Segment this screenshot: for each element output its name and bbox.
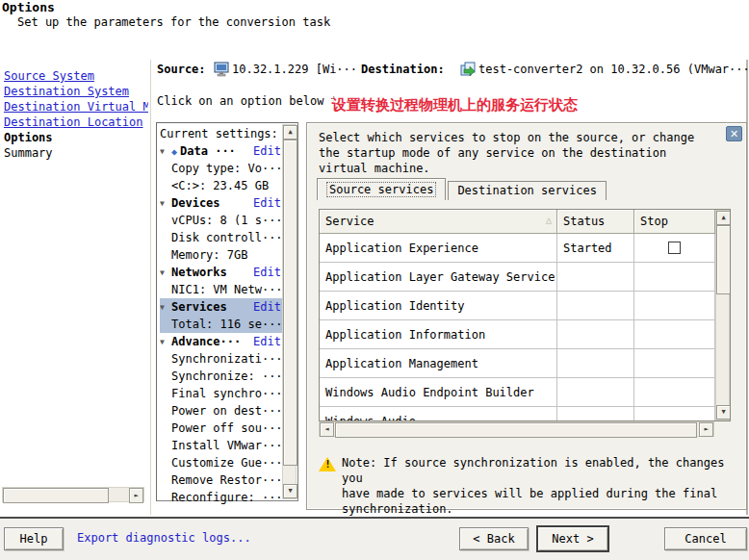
close-icon[interactable]: ✕ bbox=[726, 126, 742, 141]
service-table-row[interactable]: Application Information bbox=[320, 320, 715, 349]
service-name-cell: Application Experience bbox=[320, 234, 557, 262]
service-table-row[interactable]: Application Management bbox=[320, 349, 715, 378]
settings-tree-row[interactable]: <C:>: 23.45 GB bbox=[160, 177, 283, 194]
settings-tree-row[interactable]: Power off sou··· bbox=[160, 420, 283, 437]
settings-tree-row[interactable]: Disk controll··· bbox=[160, 229, 283, 246]
settings-tree-row[interactable]: Reconfigure: ··· bbox=[160, 489, 283, 506]
collapse-arrow-icon[interactable]: ▼ bbox=[160, 303, 171, 312]
collapse-arrow-icon[interactable]: ▼ bbox=[160, 199, 171, 208]
service-table-row[interactable]: Application Layer Gateway Service bbox=[320, 263, 715, 292]
column-header-stop[interactable]: Stop bbox=[634, 210, 715, 234]
red-annotation-text: 设置转换过程物理机上的服务运行状态 bbox=[332, 96, 578, 115]
settings-tree-row[interactable]: Install VMwar··· bbox=[160, 437, 283, 454]
edit-link[interactable]: Edit bbox=[253, 300, 283, 314]
services-panel: ✕ Select which services to stop on the s… bbox=[306, 122, 747, 510]
settings-tree-row[interactable]: Total: 116 se··· bbox=[160, 316, 283, 333]
sidebar-wizard-step[interactable]: Destination System bbox=[4, 84, 148, 99]
settings-tree-row[interactable]: Final synchro··· bbox=[160, 385, 283, 402]
sidebar-divider bbox=[150, 60, 152, 515]
edit-link[interactable]: Edit bbox=[253, 196, 283, 210]
service-table-row[interactable]: Windows Audio Endpoint Builder bbox=[320, 378, 715, 407]
collapse-arrow-icon[interactable]: ▼ bbox=[160, 268, 171, 277]
tree-row-label: Networks bbox=[171, 266, 227, 279]
settings-tree-row[interactable]: ▼ Networks Edit bbox=[160, 264, 283, 281]
help-button[interactable]: Help bbox=[4, 527, 64, 550]
scrollbar-thumb[interactable] bbox=[716, 225, 731, 294]
tree-vertical-scrollbar[interactable]: ▲ ▼ bbox=[282, 124, 297, 499]
edit-link[interactable]: Edit bbox=[253, 335, 283, 348]
scrollbar-thumb[interactable] bbox=[3, 488, 109, 503]
edit-link[interactable]: Edit bbox=[253, 144, 283, 158]
settings-tree-row[interactable]: ▼ ◆ Data ··· Edit bbox=[160, 142, 283, 160]
settings-tree-row[interactable]: NIC1: VM Netw··· bbox=[160, 281, 283, 298]
service-stop-cell bbox=[634, 407, 715, 421]
stop-checkbox[interactable] bbox=[668, 242, 681, 254]
sidebar-wizard-step[interactable]: Summary bbox=[4, 145, 148, 161]
service-status-cell bbox=[557, 292, 634, 319]
settings-tree-row[interactable]: ▼ Advance··· Edit bbox=[160, 333, 283, 350]
column-header-status[interactable]: Status bbox=[557, 210, 634, 234]
settings-tree-row[interactable]: Power on dest··· bbox=[160, 402, 283, 420]
scroll-left-button[interactable]: ◄ bbox=[320, 422, 334, 437]
settings-tree-row[interactable]: Customize Gue··· bbox=[160, 454, 283, 471]
settings-tree-row[interactable]: Memory: 7GB bbox=[160, 246, 283, 264]
table-vertical-scrollbar[interactable]: ▲ ▼ bbox=[715, 210, 730, 420]
services-tabs: Source services Destination services bbox=[317, 180, 608, 200]
column-header-label: Status bbox=[563, 215, 605, 228]
settings-tree-row[interactable]: Remove Restor··· bbox=[160, 471, 283, 489]
services-tab[interactable]: Destination services bbox=[448, 181, 607, 200]
tree-row-label: Total: 116 se··· bbox=[171, 318, 281, 331]
tree-row-label: Services bbox=[171, 300, 227, 314]
settings-tree-row[interactable]: Current settings: bbox=[160, 125, 283, 142]
sidebar-wizard-step[interactable]: Options bbox=[4, 130, 148, 145]
scrollbar-thumb[interactable] bbox=[335, 422, 697, 438]
note-text: Note: If source synchronization is enabl… bbox=[342, 455, 746, 517]
service-table-row[interactable]: Application Identity bbox=[320, 292, 715, 320]
settings-tree-row[interactable]: vCPUs: 8 (1 s··· bbox=[160, 212, 283, 229]
service-stop-cell bbox=[634, 320, 715, 348]
next-button[interactable]: Next > bbox=[537, 526, 608, 551]
settings-tree-row[interactable]: Synchronize: ··· bbox=[160, 368, 283, 385]
scroll-right-button[interactable]: ► bbox=[699, 422, 713, 437]
sidebar-wizard-step[interactable]: Source System bbox=[4, 68, 148, 84]
tree-row-label: Devices bbox=[171, 196, 220, 210]
sidebar-horizontal-scrollbar[interactable]: ► bbox=[2, 487, 144, 502]
scroll-up-button[interactable]: ▲ bbox=[716, 211, 731, 225]
services-table-body: Application Experience Started Applicati… bbox=[320, 234, 715, 421]
scroll-right-button[interactable]: ► bbox=[129, 488, 143, 503]
service-table-row[interactable]: Windows Audio bbox=[320, 407, 715, 421]
table-horizontal-scrollbar[interactable]: ◄ ► bbox=[319, 421, 714, 437]
sidebar-wizard-step[interactable]: Destination Virtual M bbox=[4, 99, 148, 115]
scroll-up-button[interactable]: ▲ bbox=[283, 125, 297, 140]
page-subtitle: Set up the parameters for the conversion… bbox=[17, 15, 330, 29]
edit-link[interactable]: Edit bbox=[253, 266, 283, 279]
column-header-service[interactable]: Service △ bbox=[320, 210, 557, 234]
service-status-cell: Started bbox=[557, 234, 634, 262]
collapse-arrow-icon[interactable]: ▼ bbox=[160, 338, 171, 346]
services-table-header: Service △ Status Stop bbox=[320, 210, 715, 234]
cancel-button[interactable]: Cancel bbox=[664, 527, 747, 550]
tree-row-label: Current settings: bbox=[160, 127, 278, 140]
sidebar-wizard-step[interactable]: Destination Location bbox=[4, 115, 148, 130]
services-tab[interactable]: Source services bbox=[317, 178, 446, 200]
export-diagnostic-logs-link[interactable]: Export diagnostic logs... bbox=[77, 531, 251, 545]
service-name-cell: Application Identity bbox=[320, 292, 557, 319]
settings-tree-row[interactable]: ▼ Devices Edit bbox=[160, 194, 283, 212]
service-stop-cell bbox=[634, 292, 715, 319]
scroll-down-button[interactable]: ▼ bbox=[283, 484, 297, 498]
service-table-row[interactable]: Application Experience Started bbox=[320, 234, 715, 263]
source-computer-icon bbox=[214, 62, 230, 80]
tree-row-label: Customize Gue··· bbox=[171, 456, 281, 470]
settings-tree-row[interactable]: Synchronizati··· bbox=[160, 350, 283, 368]
service-status-cell bbox=[557, 320, 634, 348]
scroll-down-button[interactable]: ▼ bbox=[716, 405, 731, 420]
back-button[interactable]: < Back bbox=[459, 527, 529, 550]
settings-tree-row[interactable]: ▼ Services Edit bbox=[160, 298, 283, 316]
tree-row-label: Advance··· bbox=[171, 335, 241, 348]
scrollbar-thumb[interactable] bbox=[283, 140, 297, 466]
collapse-arrow-icon[interactable]: ▼ bbox=[160, 147, 171, 156]
tree-row-label: Final synchro··· bbox=[171, 387, 281, 400]
settings-tree-row[interactable]: Copy type: Vo··· bbox=[160, 160, 283, 177]
tree-row-label: Synchronizati··· bbox=[171, 352, 281, 366]
service-status-cell bbox=[557, 349, 634, 377]
